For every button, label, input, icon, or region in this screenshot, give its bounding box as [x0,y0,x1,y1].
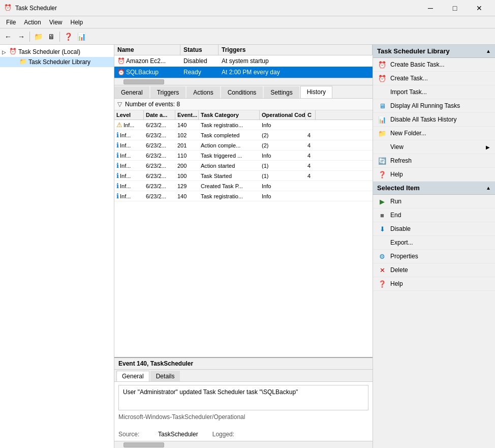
toolbar-open[interactable]: 📁 [32,31,44,43]
action-item-0-6[interactable]: View ▶ [373,140,495,154]
action-item-0-3[interactable]: 🖥 Display All Running Tasks [373,99,495,113]
hist-opcode-1: (2) [260,132,305,139]
tree-expand-root[interactable]: ▷ [2,49,8,55]
action-icon-1-0: ▶ [378,197,386,205]
toolbar-chart[interactable]: 📊 [75,31,87,43]
action-item-1-1[interactable]: ■ End [373,208,495,222]
actions-section-header-1[interactable]: Selected Item▲ [373,182,495,195]
action-item-1-2[interactable]: ⬇ Disable [373,222,495,236]
menu-view[interactable]: View [45,18,67,27]
action-item-0-0[interactable]: ⏰ Create Basic Task... [373,58,495,72]
action-icon-0-6 [378,143,386,151]
window-controls: ─ □ ✕ [419,0,491,16]
hist-category-6: Created Task P... [199,183,260,190]
task-triggers-0: At system startup [219,57,373,65]
action-icon-1-4: ⚙ [378,252,386,260]
action-item-1-6[interactable]: ❓ Help [373,277,495,291]
menu-file[interactable]: File [2,18,20,27]
toolbar-forward[interactable]: → [15,31,27,43]
event-detail-tab-details[interactable]: Details [150,371,180,381]
col-header-name[interactable]: Name [114,45,180,55]
action-label-0-0: Create Basic Task... [390,61,445,68]
event-scrollbar-thumb[interactable] [123,442,164,447]
table-row[interactable]: ⏰ SQLBackup Ready At 2:00 PM every day [114,67,373,78]
hist-col-event[interactable]: Event... [175,110,199,120]
table-row[interactable]: ⚠ Inf... 6/23/2... 140 Task registratio.… [114,120,373,130]
tab-triggers[interactable]: Triggers [150,86,186,98]
event-detail-tab-general[interactable]: General [116,371,149,381]
hist-col-date[interactable]: Date a... [144,110,175,120]
action-item-1-3[interactable]: Export... [373,236,495,250]
history-rows: ⚠ Inf... 6/23/2... 140 Task registratio.… [114,120,373,357]
toolbar: ← → 📁 🖥 ❓ 📊 [0,28,495,45]
action-label-0-7: Refresh [390,157,412,164]
action-item-1-0[interactable]: ▶ Run [373,195,495,208]
toolbar-back[interactable]: ← [2,31,14,43]
menu-action[interactable]: Action [20,18,45,27]
toolbar-help[interactable]: ❓ [62,31,74,43]
actions-panel: Task Scheduler Library▲ ⏰ Create Basic T… [373,45,495,448]
content-panel: Name Status Triggers ⏰ Amazon Ec2... Dis… [114,45,373,448]
hist-level-0: ⚠ Inf... [114,121,144,129]
table-row[interactable]: ⏰ Amazon Ec2... Disabled At system start… [114,55,373,67]
hist-opcode-4: (1) [260,162,305,169]
toolbar-display[interactable]: 🖥 [45,31,57,43]
table-row[interactable]: ℹ Inf... 6/23/2... 140 Task registratio.… [114,191,373,201]
col-header-triggers[interactable]: Triggers [219,45,373,55]
action-item-0-5[interactable]: 📁 New Folder... [373,127,495,140]
task-list-scrollbar[interactable] [114,78,373,85]
actions-section-header-0[interactable]: Task Scheduler Library▲ [373,45,495,58]
table-row[interactable]: ℹ Inf... 6/23/2... 102 Task completed (2… [114,130,373,140]
task-list: Name Status Triggers ⏰ Amazon Ec2... Dis… [114,45,373,85]
hist-level-1: ℹ Inf... [114,131,144,139]
tab-actions[interactable]: Actions [187,86,220,98]
hist-category-5: Task Started [199,172,260,180]
action-item-1-4[interactable]: ⚙ Properties [373,250,495,263]
col-header-status[interactable]: Status [180,45,219,55]
menu-help[interactable]: Help [67,18,87,27]
hist-col-c[interactable]: C [305,110,316,120]
action-item-0-2[interactable]: Import Task... [373,85,495,99]
action-item-0-7[interactable]: 🔄 Refresh [373,154,495,168]
hist-col-opcode[interactable]: Operational Code [260,110,305,120]
task-status-0: Disabled [180,57,219,65]
close-button[interactable]: ✕ [468,0,491,16]
action-item-1-5[interactable]: ✕ Delete [373,263,495,277]
tab-history[interactable]: History [300,86,332,98]
hist-opcode-3: Info [260,152,305,159]
hist-icon-5: ℹ [116,172,119,180]
maximize-button[interactable]: □ [443,0,467,16]
tree-item-library[interactable]: 📁 Task Scheduler Library [0,57,114,67]
tab-general[interactable]: General [114,86,149,98]
action-item-0-8[interactable]: ❓ Help [373,168,495,182]
action-label-0-5: New Folder... [390,130,426,137]
tab-settings[interactable]: Settings [264,86,299,98]
hist-date-4: 6/23/2... [144,162,175,169]
hist-level-5: ℹ Inf... [114,171,144,180]
table-row[interactable]: ℹ Inf... 6/23/2... 201 Action comple... … [114,140,373,151]
table-row[interactable]: ℹ Inf... 6/23/2... 100 Task Started (1) … [114,171,373,181]
hist-level-text-4: Inf... [120,163,131,169]
tree-item-root[interactable]: ▷ ⏰ Task Scheduler (Local) [0,47,114,57]
hist-date-3: 6/23/2... [144,152,175,159]
scrollbar-thumb[interactable] [123,79,164,84]
table-row[interactable]: ℹ Inf... 6/23/2... 110 Task triggered ..… [114,151,373,161]
tab-conditions[interactable]: Conditions [221,86,263,98]
hist-level-text-1: Inf... [120,132,131,138]
event-content-box: User "Administrator" updated Task Schedu… [118,385,368,410]
action-label-0-4: Disable All Tasks History [390,116,457,123]
hist-col-category[interactable]: Task Category [199,110,260,120]
table-row[interactable]: ℹ Inf... 6/23/2... 200 Action started (1… [114,161,373,171]
event-detail-scrollbar[interactable] [114,441,373,448]
event-source-row: Source: TaskScheduler Logged: [118,431,248,438]
hist-c-6 [305,186,316,187]
hist-level-text-6: Inf... [120,183,131,189]
table-row[interactable]: ℹ Inf... 6/23/2... 129 Created Task P...… [114,181,373,191]
action-item-0-4[interactable]: 📊 Disable All Tasks History [373,113,495,127]
filter-icon: ▽ [117,101,122,108]
action-item-0-1[interactable]: ⏰ Create Task... [373,72,495,85]
action-icon-1-1: ■ [378,211,386,219]
hist-col-level[interactable]: Level [114,110,144,120]
hist-level-6: ℹ Inf... [114,182,144,190]
minimize-button[interactable]: ─ [419,0,442,16]
